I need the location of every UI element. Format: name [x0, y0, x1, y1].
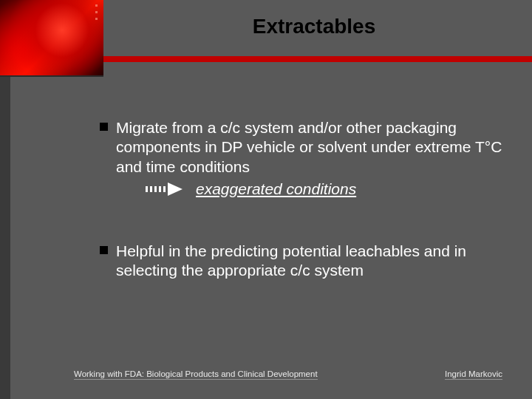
bullet-text: Migrate from a c/c system and/or other p…: [116, 119, 502, 175]
bullet-marker-icon: [100, 123, 108, 131]
bullet-marker-icon: [100, 246, 108, 254]
slide-title: Extractables: [111, 15, 517, 38]
decorative-image: [0, 0, 103, 77]
footer: Working with FDA: Biological Products an…: [74, 369, 502, 380]
bullet-text: Helpful in the predicting potential leac…: [116, 242, 466, 279]
footer-left: Working with FDA: Biological Products an…: [74, 369, 318, 380]
bullet-subline: exaggerated conditions: [146, 180, 502, 199]
left-rail: [0, 77, 10, 399]
bullet-emphasis: exaggerated conditions: [196, 180, 356, 199]
slide: Extractables Migrate from a c/c system a…: [0, 0, 532, 399]
bullet-item: Migrate from a c/c system and/or other p…: [100, 118, 502, 199]
bullet-item: Helpful in the predicting potential leac…: [100, 242, 502, 281]
arrow-icon: [146, 184, 183, 194]
footer-right: Ingrid Markovic: [445, 369, 502, 380]
content-area: Migrate from a c/c system and/or other p…: [100, 118, 502, 324]
